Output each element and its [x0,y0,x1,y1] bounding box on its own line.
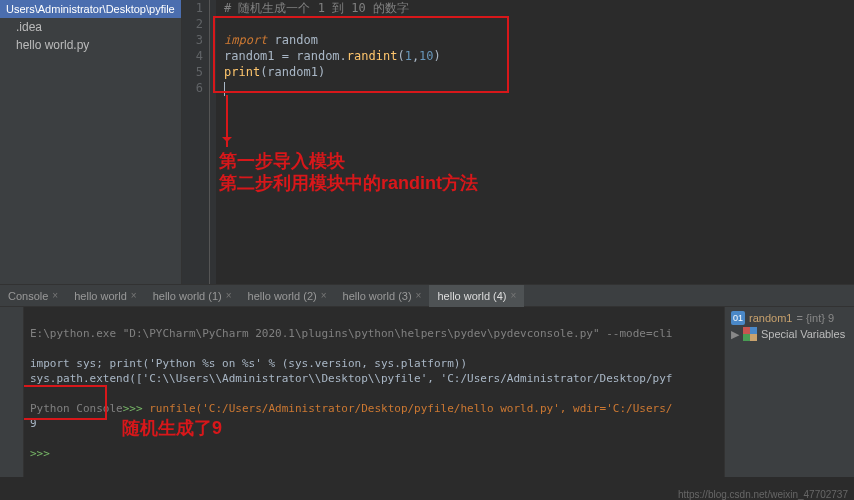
console-line: E:\python.exe "D:\PYCharm\PyCharm 2020.1… [30,327,672,340]
tab-hw3[interactable]: hello world (3)× [335,285,430,307]
console-prompt: >>> [30,447,57,460]
code-editor[interactable]: # 随机生成一个 1 到 10 的数字 import random random… [216,0,854,284]
project-path: Users\Administrator\Desktop\pyfile [0,0,181,18]
fn-print: print [224,65,260,79]
tab-console[interactable]: Console× [0,285,66,307]
annotation-arrow [226,95,228,147]
caret [224,82,225,96]
special-vars-icon [743,327,757,341]
paren: ( [397,49,404,63]
paren: ) [318,65,325,79]
close-icon[interactable]: × [131,290,137,301]
mod-random: random [267,33,318,47]
bottom-panel: Console× hello world× hello world (1)× h… [0,284,854,477]
tab-hw[interactable]: hello world× [66,285,144,307]
console-prompt: >>> [123,402,150,415]
annotation-result: 随机生成了9 [122,417,222,439]
line-num: 1 [182,0,203,16]
tab-hw4[interactable]: hello world (4)× [429,285,524,307]
tab-hw2[interactable]: hello world (2)× [240,285,335,307]
close-icon[interactable]: × [226,290,232,301]
variables-panel: 01 random1 = {int} 9 ▶ Special Variables [724,307,854,477]
fn-randint: randint [347,49,398,63]
console-line: sys.path.extend(['C:\\Users\\Administrat… [30,372,672,385]
console-runcmd: runfile('C:/Users/Administrator/Desktop/… [149,402,672,415]
var-row[interactable]: 01 random1 = {int} 9 [731,311,848,325]
project-sidebar: Users\Administrator\Desktop\pyfile .idea… [0,0,182,284]
num: 10 [419,49,433,63]
line-num: 6 [182,80,203,96]
proj-item-hello[interactable]: hello world.py [0,36,181,54]
var-value: = {int} 9 [796,312,834,324]
tab-label: hello world [74,290,127,302]
close-icon[interactable]: × [511,290,517,301]
close-icon[interactable]: × [52,290,58,301]
console-line: import sys; print('Python %s on %s' % (s… [30,357,467,370]
code-comment: # 随机生成一个 1 到 10 的数字 [224,1,409,15]
expand-icon[interactable]: ▶ [731,328,739,341]
var-special-label: Special Variables [761,328,845,340]
editor-area: 1 2 3 4 5 6 # 随机生成一个 1 到 10 的数字 import r… [182,0,854,284]
annotation-step2: 第二步利用模块中的randint方法 [219,172,478,194]
var-row-special[interactable]: ▶ Special Variables [731,327,848,341]
var-type-icon: 01 [731,311,745,325]
tab-hw1[interactable]: hello world (1)× [145,285,240,307]
line-gutter: 1 2 3 4 5 6 [182,0,210,284]
tab-label: hello world (1) [153,290,222,302]
line-num: 5 [182,64,203,80]
tab-label: Console [8,290,48,302]
footer-link: https://blog.csdn.net/weixin_47702737 [678,489,848,500]
console-prompt-label: Python Console [30,402,123,415]
var-name: random1 [749,312,792,324]
num: 1 [405,49,412,63]
kw-import: import [224,33,267,47]
paren: ) [434,49,441,63]
line-num: 4 [182,48,203,64]
console-toolbar [0,307,24,477]
tab-label: hello world (2) [248,290,317,302]
tab-label: hello world (4) [437,290,506,302]
console-output: 9 [30,417,37,430]
annotation-text: 第一步导入模块 第二步利用模块中的randint方法 [219,150,478,194]
proj-item-idea[interactable]: .idea [0,18,181,36]
line-num: 3 [182,32,203,48]
line-num: 2 [182,16,203,32]
console-tabs: Console× hello world× hello world (1)× h… [0,285,854,307]
assign: random1 = random. [224,49,347,63]
python-console[interactable]: E:\python.exe "D:\PYCharm\PyCharm 2020.1… [24,307,724,477]
close-icon[interactable]: × [416,290,422,301]
annotation-step1: 第一步导入模块 [219,150,478,172]
arg: random1 [267,65,318,79]
close-icon[interactable]: × [321,290,327,301]
tab-label: hello world (3) [343,290,412,302]
